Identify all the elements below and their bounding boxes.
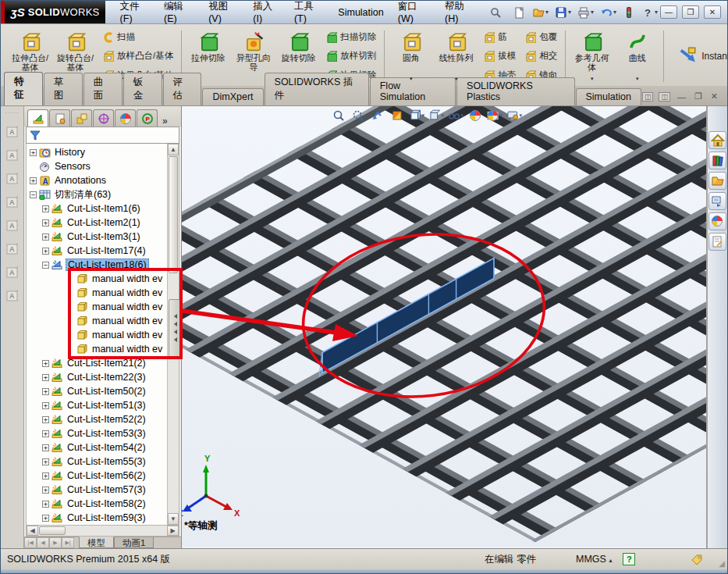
pane-split-left-icon[interactable]: ◫	[642, 92, 654, 102]
configurationmanager-tab[interactable]	[71, 109, 92, 127]
tree-item-body[interactable]: manual width ev	[27, 286, 167, 300]
expand-toggle-icon[interactable]: +	[30, 177, 37, 184]
undo-icon[interactable]: ▾	[598, 4, 619, 21]
ribbon-button-pattern[interactable]: 线性阵列▾	[435, 28, 478, 84]
ribbon-button-sweep[interactable]: 扫描	[99, 30, 176, 45]
ribbon-button-hole-wizard[interactable]: 异型孔向导	[232, 28, 275, 84]
ribbon-button-cut-loft[interactable]: 放样切割	[322, 48, 379, 63]
hide-show-items-icon[interactable]: ▾	[447, 108, 464, 123]
ribbon-button-boss-extrude[interactable]: 拉伸凸台/基体	[9, 28, 51, 84]
tab-动画1[interactable]: 动画1	[114, 537, 154, 548]
tree-item-cut-list-item50-2-[interactable]: +Cut-List-Item50(2)	[27, 384, 167, 398]
scroll-left-icon[interactable]: ◀	[27, 526, 38, 536]
expand-toggle-icon[interactable]: +	[42, 360, 49, 367]
tree-item-annotations[interactable]: +AAnnotations	[27, 173, 167, 187]
ribbon-button-cut-revolve[interactable]: 旋转切除	[277, 28, 320, 84]
zoom-fit-icon[interactable]	[330, 108, 347, 123]
appearances-icon[interactable]	[708, 212, 726, 230]
view-settings-icon[interactable]: ▾	[506, 108, 523, 123]
expand-toggle-icon[interactable]: +	[42, 501, 49, 508]
save-icon[interactable]: ▾	[552, 4, 574, 21]
tree-item--63-[interactable]: −切割清单(63)	[27, 187, 167, 201]
tree-item-body[interactable]: manual width ev	[27, 342, 167, 356]
edit-appearance-icon[interactable]	[467, 108, 484, 123]
datum-target-icon[interactable]: A	[4, 264, 21, 280]
tree-item-cut-list-item2-1-[interactable]: +Cut-List-Item2(1)	[27, 216, 167, 230]
tab-钣金[interactable]: 钣金	[123, 73, 162, 105]
tree-item-cut-list-item54-2-[interactable]: +Cut-List-Item54(2)	[27, 440, 167, 455]
new-document-icon[interactable]	[511, 4, 528, 21]
annotation-set-icon[interactable]: A	[4, 217, 21, 234]
ribbon-button-curve[interactable]: 曲线▾	[616, 28, 659, 84]
doc-close-icon[interactable]: ✕	[709, 91, 719, 102]
ribbon-button-rib[interactable]: 筋	[480, 30, 519, 45]
tree-item-body[interactable]: manual width ev	[27, 328, 167, 342]
ribbon-button-intersect[interactable]: 相交	[521, 48, 560, 63]
tree-item-cut-list-item52-2-[interactable]: +Cut-List-Item52(2)	[27, 412, 167, 426]
propertymanager-tab[interactable]	[49, 109, 70, 127]
tree-item-cut-list-item53-3-[interactable]: +Cut-List-Item53(3)	[27, 426, 167, 440]
scroll-down-icon[interactable]: ▼	[168, 513, 179, 525]
featuremanager-tree-tab[interactable]	[27, 109, 48, 127]
menu-7[interactable]: 窗口(W)	[391, 0, 438, 27]
scrollbar-thumb[interactable]	[169, 156, 178, 273]
scroll-up-icon[interactable]: ▲	[168, 144, 179, 155]
menu-1[interactable]: 文件(F)	[113, 0, 157, 27]
expand-toggle-icon[interactable]: +	[42, 472, 49, 480]
expand-toggle-icon[interactable]: +	[42, 402, 49, 409]
menu-8[interactable]: 帮助(H)	[438, 0, 483, 27]
help-icon[interactable]: ?▾	[639, 4, 660, 21]
minimize-button[interactable]: —	[660, 5, 677, 19]
weld-symbol-icon[interactable]: A	[4, 287, 21, 304]
scroll-right-icon[interactable]: ▶	[167, 526, 179, 536]
menu-5[interactable]: 工具(T)	[287, 0, 331, 27]
ribbon-button-instant3d[interactable]: Instant3D	[669, 28, 712, 84]
units-selector[interactable]: MMGS ▴ ?	[576, 553, 635, 565]
expand-toggle-icon[interactable]: +	[42, 374, 49, 381]
dimxpertmanager-tab[interactable]	[93, 109, 114, 127]
filter-input[interactable]	[26, 127, 179, 144]
tree-item-history[interactable]: +History	[27, 145, 167, 159]
tree-item-body[interactable]: manual width ev	[27, 272, 167, 286]
tab-模型[interactable]: 模型	[79, 537, 114, 548]
expand-toggle-icon[interactable]: +	[42, 458, 49, 465]
expand-toggle-icon[interactable]: +	[42, 388, 49, 395]
menu-3[interactable]: 视图(V)	[201, 0, 246, 27]
scrollbar-thumb-h[interactable]	[39, 526, 66, 535]
restore-button[interactable]: ❐	[682, 5, 699, 19]
close-button[interactable]: ✕	[704, 5, 721, 19]
add-annotation-icon[interactable]: A	[4, 194, 21, 210]
ribbon-button-refgeo[interactable]: 参考几何体▾	[570, 28, 613, 84]
ribbon-button-cut-extrude[interactable]: 拉伸切除	[186, 28, 229, 84]
tree-item-body[interactable]: manual width ev	[27, 300, 167, 314]
expand-toggle-icon[interactable]: +	[42, 205, 49, 212]
tree-item-cut-list-item18-6-[interactable]: −Cut-List-Item18(6)	[27, 258, 167, 272]
resize-grip[interactable]: ◢	[719, 559, 725, 568]
quick-tips-icon[interactable]: ?	[623, 553, 635, 565]
menu-4[interactable]: 插入(I)	[246, 0, 287, 27]
expand-toggle-icon[interactable]: +	[42, 416, 49, 423]
ribbon-button-wrap[interactable]: 包覆	[521, 30, 560, 45]
tree-item-sensors[interactable]: Sensors	[27, 159, 167, 173]
graphics-viewport[interactable]: YXZ*等轴测 ▾▾▾▾▾	[182, 106, 707, 548]
panel-splitter-handle[interactable]	[169, 299, 182, 357]
home-icon[interactable]	[708, 131, 726, 149]
search-pin-icon[interactable]	[483, 4, 508, 21]
prev-frame-icon[interactable]: ◀	[37, 537, 49, 548]
view-palette-icon[interactable]	[708, 192, 726, 210]
rebuild-traffic-icon[interactable]	[620, 4, 637, 21]
ribbon-button-revolve[interactable]: 旋转凸台/基体	[54, 28, 97, 84]
model-canvas[interactable]: YXZ*等轴测	[182, 106, 707, 547]
section-view-icon[interactable]	[389, 108, 406, 123]
next-frame-icon[interactable]: ▶	[49, 537, 62, 548]
tree-item-cut-list-item59-3-[interactable]: +Cut-List-Item59(3)	[27, 511, 167, 525]
tree-item-body[interactable]: manual width ev	[27, 314, 167, 328]
expand-toggle-icon[interactable]: +	[42, 515, 49, 522]
expand-toggle-icon[interactable]: +	[42, 234, 49, 241]
ribbon-button-cut-sweep[interactable]: 扫描切除	[322, 30, 379, 45]
expand-toggle-icon[interactable]: +	[42, 444, 49, 451]
expand-toggle-icon[interactable]: +	[42, 430, 49, 437]
ribbon-button-loft[interactable]: 放样凸台/基体	[99, 48, 176, 63]
balloon-icon[interactable]: A	[4, 147, 21, 163]
doc-minimize-icon[interactable]: —	[676, 91, 687, 102]
